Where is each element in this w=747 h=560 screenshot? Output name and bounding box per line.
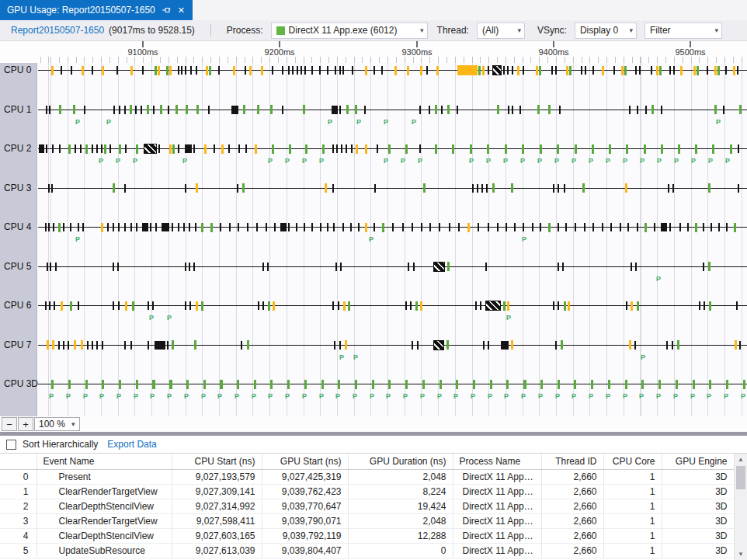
- timeline-event-mark[interactable]: [63, 341, 64, 350]
- timeline-event-mark[interactable]: [119, 106, 120, 114]
- timeline-event-mark[interactable]: [481, 184, 483, 193]
- timeline-event-mark[interactable]: [109, 144, 111, 153]
- column-header[interactable]: Thread ID: [541, 454, 603, 469]
- timeline-event-mark[interactable]: [48, 184, 50, 193]
- timeline-event-mark[interactable]: [693, 66, 696, 75]
- timeline-event-mark[interactable]: [548, 223, 551, 232]
- present-marker[interactable]: P: [319, 392, 324, 400]
- timeline-event-mark[interactable]: [233, 66, 235, 75]
- timeline-event-mark[interactable]: [196, 66, 197, 75]
- timeline-event-mark[interactable]: [634, 341, 636, 350]
- present-marker[interactable]: P: [353, 392, 357, 400]
- timeline-event-mark[interactable]: [189, 223, 190, 231]
- timeline-event-mark[interactable]: [58, 223, 61, 232]
- table-row[interactable]: 5UpdateSubResource9,027,613,0399,039,804…: [0, 543, 734, 558]
- timeline-event-mark[interactable]: [483, 341, 485, 350]
- timeline-event-mark[interactable]: [613, 66, 615, 75]
- timeline-event-mark[interactable]: [522, 144, 524, 154]
- timeline-event-mark[interactable]: [629, 106, 631, 114]
- timeline-event-mark[interactable]: [733, 66, 735, 75]
- timeline-event-mark[interactable]: [488, 341, 489, 350]
- timeline-event-mark[interactable]: [148, 341, 149, 350]
- timeline-event-mark[interactable]: [558, 263, 559, 271]
- present-marker[interactable]: P: [217, 392, 222, 400]
- timeline-event-mark[interactable]: [449, 223, 450, 231]
- timeline-event-mark[interactable]: [482, 66, 485, 75]
- timeline-event-mark[interactable]: [118, 223, 120, 231]
- timeline-event-mark[interactable]: [737, 66, 738, 75]
- timeline-event-mark[interactable]: [743, 380, 745, 389]
- timeline-event-mark[interactable]: [85, 144, 88, 154]
- timeline-event-mark[interactable]: [288, 66, 290, 75]
- present-marker[interactable]: P: [75, 235, 80, 243]
- timeline-event-mark[interactable]: [575, 223, 576, 231]
- present-marker[interactable]: P: [623, 157, 627, 165]
- timeline-event-mark[interactable]: [162, 223, 169, 231]
- timeline-event-mark[interactable]: [703, 223, 704, 231]
- timeline-event-mark[interactable]: [268, 301, 270, 311]
- timeline-event-mark[interactable]: [152, 301, 154, 310]
- timeline-event-mark[interactable]: [503, 66, 505, 75]
- timeline-event-mark[interactable]: [256, 223, 258, 231]
- present-marker[interactable]: P: [356, 118, 361, 126]
- present-marker[interactable]: P: [471, 392, 475, 400]
- timeline-event-mark[interactable]: [155, 223, 157, 231]
- timeline-event-mark[interactable]: [536, 66, 538, 75]
- process-dropdown[interactable]: DirectX 11 App.exe (6012) ▾: [271, 23, 428, 39]
- timeline-event-mark[interactable]: [119, 380, 121, 389]
- timeline-event-mark[interactable]: [668, 184, 669, 193]
- timeline-event-mark[interactable]: [167, 341, 169, 350]
- timeline-event-mark[interactable]: [296, 223, 297, 231]
- timeline-event-mark[interactable]: [339, 341, 341, 350]
- timeline-event-mark[interactable]: [229, 223, 231, 231]
- timeline-event-mark[interactable]: [208, 106, 210, 114]
- timeline-event-mark[interactable]: [172, 223, 173, 231]
- timeline-event-mark[interactable]: [155, 66, 157, 75]
- timeline-event-mark[interactable]: [422, 380, 425, 389]
- timeline-event-mark[interactable]: [255, 144, 257, 154]
- timeline-event-mark[interactable]: [548, 105, 551, 114]
- timeline-event-mark[interactable]: [172, 340, 174, 350]
- timeline-event-mark[interactable]: [254, 380, 256, 389]
- timeline-event-mark[interactable]: [558, 301, 559, 310]
- present-marker[interactable]: P: [554, 157, 559, 165]
- timeline-event-mark[interactable]: [382, 223, 384, 232]
- timeline-event-mark[interactable]: [410, 301, 412, 310]
- timeline-event-mark[interactable]: [352, 66, 353, 75]
- timeline-event-mark[interactable]: [372, 380, 374, 389]
- timeline-event-mark[interactable]: [711, 223, 712, 231]
- timeline-event-mark[interactable]: [228, 144, 230, 153]
- timeline-event-mark[interactable]: [196, 183, 198, 193]
- timeline-event-mark[interactable]: [52, 144, 54, 153]
- timeline-event-mark[interactable]: [189, 263, 190, 271]
- timeline-event-mark[interactable]: [116, 66, 118, 75]
- timeline-event-mark[interactable]: [96, 144, 98, 153]
- timeline-event-mark[interactable]: [584, 223, 585, 231]
- timeline-event-mark[interactable]: [388, 380, 391, 389]
- timeline-event-mark[interactable]: [185, 144, 192, 153]
- timeline-event-mark[interactable]: [305, 144, 307, 154]
- timeline-event-mark[interactable]: [342, 66, 344, 75]
- timeline-event-mark[interactable]: [87, 341, 89, 350]
- timeline-event-mark[interactable]: [341, 144, 342, 153]
- timeline-event-mark[interactable]: [490, 380, 492, 389]
- present-marker[interactable]: P: [75, 118, 80, 126]
- timeline-event-mark[interactable]: [288, 223, 290, 231]
- timeline-event-mark[interactable]: [523, 380, 526, 389]
- timeline-event-mark[interactable]: [575, 144, 577, 154]
- present-marker[interactable]: P: [403, 392, 408, 400]
- timeline-event-mark[interactable]: [117, 263, 119, 271]
- present-marker[interactable]: P: [353, 353, 358, 361]
- timeline-event-mark[interactable]: [656, 66, 658, 75]
- timeline-event-mark[interactable]: [591, 380, 593, 389]
- timeline-event-mark[interactable]: [558, 223, 559, 231]
- timeline-event-mark[interactable]: [677, 340, 679, 350]
- present-marker[interactable]: P: [386, 392, 391, 400]
- scrollbar-thumb[interactable]: [736, 466, 745, 489]
- present-marker[interactable]: P: [707, 392, 711, 400]
- timeline-event-mark[interactable]: [365, 144, 367, 154]
- timeline-event-mark[interactable]: [562, 263, 564, 271]
- timeline-event-mark[interactable]: [717, 66, 720, 75]
- timeline-event-mark[interactable]: [467, 223, 470, 232]
- timeline-event-mark[interactable]: [142, 223, 148, 231]
